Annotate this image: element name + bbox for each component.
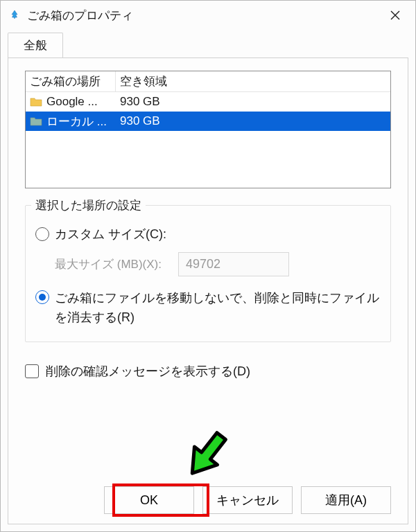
settings-groupbox: 選択した場所の設定 カスタム サイズ(C): 最大サイズ (MB)(X): ごみ… (25, 205, 391, 342)
ok-button[interactable]: OK (104, 486, 194, 514)
folder-icon (30, 97, 42, 107)
custom-size-label: カスタム サイズ(C): (55, 226, 166, 242)
list-row[interactable]: Google ... 930 GB (26, 92, 390, 112)
close-button[interactable] (375, 1, 415, 30)
folder-icon (30, 116, 42, 126)
cancel-button[interactable]: キャンセル (202, 486, 293, 514)
radio-delete-immediately[interactable] (35, 290, 49, 304)
svg-marker-2 (182, 428, 230, 482)
delete-immediately-label: ごみ箱にファイルを移動しないで、削除と同時にファイルを消去する(R) (55, 289, 381, 328)
max-size-row: 最大サイズ (MB)(X): (55, 252, 381, 276)
instruction-arrow-icon (182, 428, 230, 486)
row-name: ローカル ... (46, 114, 107, 130)
dialog-button-row: OK キャンセル 適用(A) (8, 486, 408, 514)
location-list[interactable]: ごみ箱の場所 空き領域 Google ... 930 GB (25, 71, 391, 188)
column-header-location[interactable]: ごみ箱の場所 (26, 71, 116, 91)
apply-button[interactable]: 適用(A) (301, 486, 391, 514)
list-header: ごみ箱の場所 空き領域 (26, 71, 390, 92)
max-size-label: 最大サイズ (MB)(X): (55, 256, 162, 272)
tab-general[interactable]: 全般 (8, 33, 63, 57)
recycle-bin-icon (8, 8, 21, 22)
settings-legend: 選択した場所の設定 (31, 197, 146, 213)
close-icon (390, 10, 400, 20)
properties-dialog: ごみ箱のプロパティ 全般 ごみ箱の場所 空き領域 (0, 0, 416, 532)
radio-custom-size[interactable] (35, 227, 49, 241)
confirm-delete-label: 削除の確認メッセージを表示する(D) (46, 363, 250, 380)
row-name: Google ... (46, 95, 98, 109)
column-header-space[interactable]: 空き領域 (116, 71, 390, 91)
row-space: 930 GB (116, 95, 390, 109)
delete-immediately-radio-row[interactable]: ごみ箱にファイルを移動しないで、削除と同時にファイルを消去する(R) (35, 289, 381, 328)
window-title: ごみ箱のプロパティ (27, 8, 133, 24)
confirm-delete-checkbox-row[interactable]: 削除の確認メッセージを表示する(D) (25, 363, 391, 380)
confirm-delete-checkbox[interactable] (25, 364, 39, 378)
titlebar: ごみ箱のプロパティ (1, 1, 415, 30)
custom-size-radio-row[interactable]: カスタム サイズ(C): (35, 226, 381, 242)
tab-strip: 全般 (1, 30, 415, 57)
max-size-input (178, 252, 289, 276)
row-space: 930 GB (116, 114, 390, 128)
tab-content: ごみ箱の場所 空き領域 Google ... 930 GB (8, 57, 408, 524)
list-row[interactable]: ローカル ... 930 GB (26, 112, 390, 131)
